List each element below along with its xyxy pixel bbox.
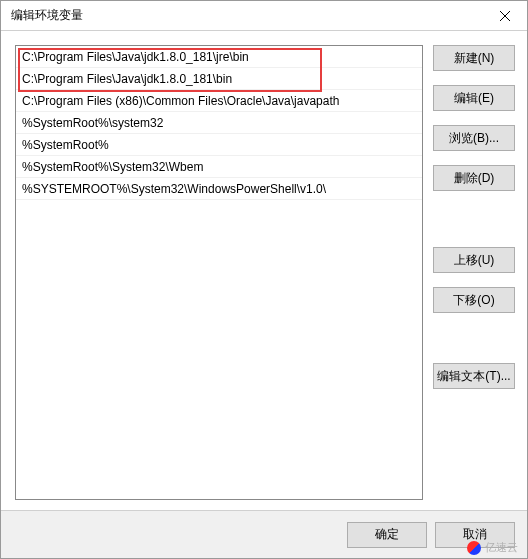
edit-button[interactable]: 编辑(E)	[433, 85, 515, 111]
cancel-button[interactable]: 取消	[435, 522, 515, 548]
list-item[interactable]: C:\Program Files\Java\jdk1.8.0_181\jre\b…	[16, 46, 422, 68]
list-item[interactable]: %SystemRoot%\system32	[16, 112, 422, 134]
list-item[interactable]: %SystemRoot%\System32\Wbem	[16, 156, 422, 178]
list-item[interactable]: %SYSTEMROOT%\System32\WindowsPowerShell\…	[16, 178, 422, 200]
dialog-window: 编辑环境变量 C:\Program Files\Java\jdk1.8.0_18…	[0, 0, 528, 559]
dialog-body: C:\Program Files\Java\jdk1.8.0_181\jre\b…	[1, 31, 527, 510]
spacer	[433, 205, 515, 233]
list-column: C:\Program Files\Java\jdk1.8.0_181\jre\b…	[15, 45, 423, 500]
button-column: 新建(N) 编辑(E) 浏览(B)... 删除(D) 上移(U) 下移(O) 编…	[433, 45, 515, 500]
ok-button[interactable]: 确定	[347, 522, 427, 548]
edittext-button[interactable]: 编辑文本(T)...	[433, 363, 515, 389]
browse-button[interactable]: 浏览(B)...	[433, 125, 515, 151]
dialog-footer: 确定 取消	[1, 510, 527, 558]
list-item[interactable]: C:\Program Files (x86)\Common Files\Orac…	[16, 90, 422, 112]
movedown-button[interactable]: 下移(O)	[433, 287, 515, 313]
close-button[interactable]	[483, 1, 527, 31]
titlebar: 编辑环境变量	[1, 1, 527, 31]
window-title: 编辑环境变量	[11, 7, 83, 24]
delete-button[interactable]: 删除(D)	[433, 165, 515, 191]
spacer	[433, 327, 515, 349]
new-button[interactable]: 新建(N)	[433, 45, 515, 71]
close-icon	[500, 11, 510, 21]
list-item[interactable]: %SystemRoot%	[16, 134, 422, 156]
moveup-button[interactable]: 上移(U)	[433, 247, 515, 273]
path-listbox[interactable]: C:\Program Files\Java\jdk1.8.0_181\jre\b…	[15, 45, 423, 500]
list-item[interactable]: C:\Program Files\Java\jdk1.8.0_181\bin	[16, 68, 422, 90]
